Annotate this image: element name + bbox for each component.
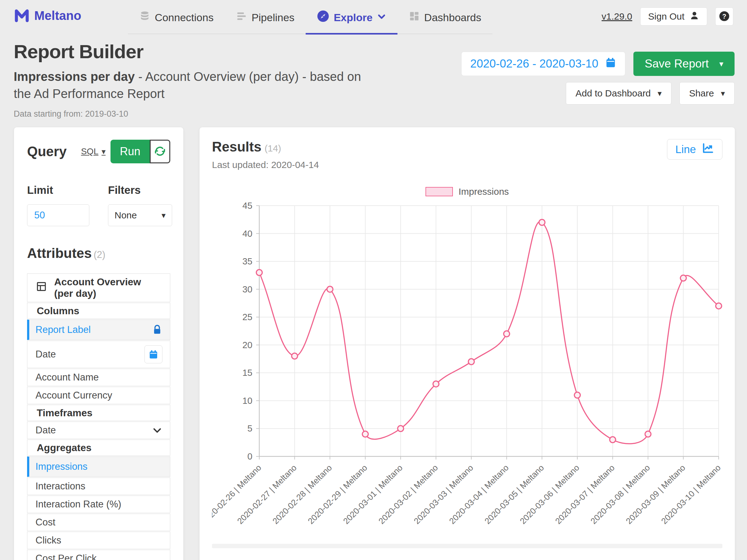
caret-down-icon: ▾ xyxy=(101,148,105,156)
meltano-logo-icon xyxy=(14,7,30,24)
top-nav: Meltano Connections Pipelines Explore xyxy=(0,0,747,34)
chart-legend[interactable]: Impressions xyxy=(212,186,722,197)
query-title: Query xyxy=(27,144,67,159)
attribute-label: Account Currency xyxy=(35,390,112,401)
attribute-item-account-currency[interactable]: Account Currency xyxy=(27,387,170,404)
brand-name: Meltano xyxy=(34,9,81,23)
nav-tab-label: Connections xyxy=(155,11,213,24)
svg-text:2020-02-29 | Meltano: 2020-02-29 | Meltano xyxy=(306,463,369,526)
lock-icon xyxy=(152,324,162,335)
chart-gridlines xyxy=(256,206,719,459)
results-table-divider xyxy=(212,544,722,548)
sign-out-button[interactable]: Sign Out xyxy=(640,7,707,26)
attribute-section-aggregates: Aggregates xyxy=(27,439,170,456)
attributes-list: Account Overview (per day)ColumnsReport … xyxy=(27,273,170,560)
nav-tab-label: Explore xyxy=(334,11,372,24)
caret-down-icon: ▾ xyxy=(161,211,165,219)
svg-text:2020-03-05 | Meltano: 2020-03-05 | Meltano xyxy=(483,463,546,526)
attribute-label: Account Overview (per day) xyxy=(54,276,162,299)
chevron-down-icon xyxy=(377,11,386,24)
line-chart: 0510152025303540452020-02-26 | Meltano20… xyxy=(212,199,722,541)
refresh-button[interactable] xyxy=(150,140,170,163)
attribute-item-account-name[interactable]: Account Name xyxy=(27,369,170,386)
attribute-table-header[interactable]: Account Overview (per day) xyxy=(27,273,170,302)
date-calendar-button[interactable] xyxy=(145,345,162,364)
nav-right: v1.29.0 Sign Out ? xyxy=(602,7,733,26)
svg-text:2020-03-07 | Meltano: 2020-03-07 | Meltano xyxy=(553,463,616,526)
add-to-dashboard-button[interactable]: Add to Dashboard ▾ xyxy=(566,82,671,105)
svg-text:5: 5 xyxy=(248,424,252,434)
attribute-item-cost-per-click[interactable]: Cost Per Click xyxy=(27,550,170,560)
attribute-item-clicks[interactable]: Clicks xyxy=(27,532,170,549)
nav-tab-label: Pipelines xyxy=(252,11,294,24)
report-name: Impressions per day xyxy=(14,70,135,83)
sql-dropdown[interactable]: SQL ▾ xyxy=(81,146,105,157)
x-axis-labels: 2020-02-26 | Meltano2020-02-27 | Meltano… xyxy=(212,463,722,526)
attribute-label: Interactions xyxy=(35,481,85,492)
attribute-label: Aggregates xyxy=(37,442,92,454)
attribute-item-interaction-rate-[interactable]: Interaction Rate (%) xyxy=(27,496,170,513)
share-button[interactable]: Share ▾ xyxy=(679,82,735,105)
results-panel: Results (14) Last updated: 2020-04-14 Li… xyxy=(199,127,735,560)
attribute-label: Interaction Rate (%) xyxy=(35,499,121,510)
chart-type-button[interactable]: Line xyxy=(667,139,722,160)
filters-select[interactable]: None ▾ xyxy=(108,205,172,226)
attribute-section-columns: Columns xyxy=(27,303,170,319)
attribute-item-interactions[interactable]: Interactions xyxy=(27,478,170,495)
nav-tab-pipelines[interactable]: Pipelines xyxy=(225,4,306,34)
filters-label: Filters xyxy=(108,184,172,196)
svg-text:2020-03-09 | Meltano: 2020-03-09 | Meltano xyxy=(624,463,687,526)
svg-text:2020-02-28 | Meltano: 2020-02-28 | Meltano xyxy=(271,463,334,526)
page-header: Report Builder Impressions per day - Acc… xyxy=(0,34,747,127)
question-icon: ? xyxy=(718,10,730,23)
table-icon xyxy=(35,281,47,295)
share-label: Share xyxy=(689,88,714,99)
attribute-label: Timeframes xyxy=(37,407,93,419)
database-icon xyxy=(139,10,150,24)
svg-text:10: 10 xyxy=(242,396,252,406)
svg-text:40: 40 xyxy=(242,229,252,239)
data-points xyxy=(256,220,722,443)
data-start-note: Data starting from: 2019-03-10 xyxy=(14,109,381,119)
help-button[interactable]: ? xyxy=(715,7,733,26)
attribute-item-report-label[interactable]: Report Label xyxy=(27,320,170,340)
run-button-group: Run xyxy=(110,140,170,163)
nav-tab-explore[interactable]: Explore xyxy=(306,4,397,34)
nav-tabs: Connections Pipelines Explore Dashboards xyxy=(128,4,492,34)
attribute-label: Columns xyxy=(37,305,79,317)
line-chart-icon xyxy=(701,142,714,157)
limit-label: Limit xyxy=(27,184,89,196)
svg-text:2020-03-02 | Meltano: 2020-03-02 | Meltano xyxy=(377,463,440,526)
calendar-icon xyxy=(605,57,616,71)
add-to-dashboard-label: Add to Dashboard xyxy=(575,88,651,99)
attribute-label: Impressions xyxy=(35,461,87,472)
attribute-item-date[interactable]: Date xyxy=(27,341,170,368)
svg-text:2020-03-04 | Meltano: 2020-03-04 | Meltano xyxy=(447,463,511,526)
attribute-item-impressions[interactable]: Impressions xyxy=(27,456,170,477)
save-report-button[interactable]: Save Report ▾ xyxy=(634,52,735,76)
svg-text:25: 25 xyxy=(242,312,252,322)
attribute-item-cost[interactable]: Cost xyxy=(27,514,170,531)
svg-text:45: 45 xyxy=(242,201,252,211)
limit-input[interactable] xyxy=(27,205,89,226)
caret-down-icon: ▾ xyxy=(658,89,662,97)
version-link[interactable]: v1.29.0 xyxy=(602,11,632,22)
svg-text:2020-03-01 | Meltano: 2020-03-01 | Meltano xyxy=(341,463,404,526)
brand[interactable]: Meltano xyxy=(14,7,81,24)
page-title: Report Builder xyxy=(14,41,381,62)
sql-label: SQL xyxy=(81,146,98,157)
attribute-label: Date xyxy=(35,349,56,360)
attribute-label: Report Label xyxy=(35,324,91,336)
nav-tab-dashboards[interactable]: Dashboards xyxy=(397,4,492,34)
svg-text:2020-03-03 | Meltano: 2020-03-03 | Meltano xyxy=(412,463,475,526)
title-block: Report Builder Impressions per day - Acc… xyxy=(14,41,381,119)
results-title: Results xyxy=(212,139,261,155)
attribute-label: Account Name xyxy=(35,372,99,383)
y-axis-labels: 051015202530354045 xyxy=(242,201,252,461)
nav-tab-connections[interactable]: Connections xyxy=(128,4,225,34)
svg-text:?: ? xyxy=(722,12,726,20)
attributes-count: (2) xyxy=(94,249,105,260)
date-range-button[interactable]: 2020-02-26 - 2020-03-10 xyxy=(461,52,625,76)
attribute-item-date[interactable]: Date xyxy=(27,422,170,439)
run-button[interactable]: Run xyxy=(110,140,150,163)
